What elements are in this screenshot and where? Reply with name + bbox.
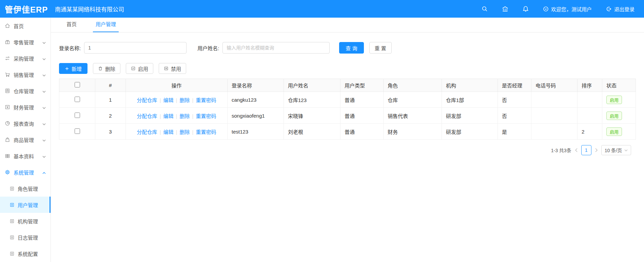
chevron-down-icon bbox=[624, 149, 628, 152]
cell-type: 普通 bbox=[340, 92, 384, 108]
user-dropdown-icon bbox=[543, 6, 549, 12]
prev-page-icon[interactable] bbox=[575, 148, 578, 152]
cell-manager: 否 bbox=[498, 92, 531, 108]
logout-button[interactable]: 退出登录 bbox=[606, 5, 635, 13]
notification-bell-icon[interactable] bbox=[523, 6, 529, 12]
app-logo: 管伊佳ERP bbox=[0, 3, 51, 15]
status-badge: 启用 bbox=[606, 96, 622, 104]
table-row: 1分配仓库|编辑|删除|重置密码cangku123仓库123普通仓库仓库1部否启… bbox=[59, 92, 636, 108]
row-action-link[interactable]: 重置密码 bbox=[196, 97, 216, 103]
row-action-link[interactable]: 分配仓库 bbox=[137, 97, 157, 103]
action-separator: | bbox=[192, 129, 193, 135]
user-menu[interactable]: 欢迎您，测试用户 bbox=[543, 5, 592, 13]
check-square-icon bbox=[131, 66, 136, 71]
pagination: 1-3 共3条 1 10 条/页 bbox=[59, 145, 636, 155]
col-login: 登录名称 bbox=[228, 79, 284, 92]
row-action-link[interactable]: 分配仓库 bbox=[137, 129, 157, 135]
cell-index: 2 bbox=[95, 108, 126, 124]
document-icon bbox=[9, 202, 15, 207]
cell-login: cangku123 bbox=[228, 92, 284, 108]
table-header-row: # 操作 登录名称 用户姓名 用户类型 角色 机构 是否经理 电话号码 排序 状… bbox=[59, 79, 636, 92]
col-role: 角色 bbox=[384, 79, 442, 92]
document-icon bbox=[9, 235, 15, 240]
enable-button[interactable]: 启用 bbox=[126, 63, 153, 74]
chevron-down-icon bbox=[42, 72, 46, 78]
sidebar-item-purchase[interactable]: 采购管理 bbox=[0, 50, 51, 66]
search-icon[interactable] bbox=[482, 6, 488, 12]
cart-icon bbox=[5, 72, 10, 77]
cabinet-icon bbox=[5, 88, 10, 94]
action-separator: | bbox=[176, 113, 177, 119]
sidebar-item-basic-data[interactable]: 基本资料 bbox=[0, 148, 51, 164]
row-checkbox[interactable] bbox=[75, 97, 80, 102]
row-action-link[interactable]: 分配仓库 bbox=[137, 113, 157, 119]
sidebar-subitem-users[interactable]: 用户管理 bbox=[0, 197, 51, 213]
cell-role: 销售代表 bbox=[384, 108, 442, 124]
tab-home[interactable]: 首页 bbox=[66, 17, 77, 32]
sidebar-subitem-config[interactable]: 系统配置 bbox=[0, 245, 51, 262]
sidebar-item-system[interactable]: 系统管理 bbox=[0, 164, 51, 180]
sidebar-subitem-roles[interactable]: 角色管理 bbox=[0, 180, 51, 197]
chevron-down-icon bbox=[42, 39, 46, 45]
cell-name: 仓库123 bbox=[284, 92, 340, 108]
cell-type: 普通 bbox=[340, 108, 384, 124]
cell-name: 宋晓锋 bbox=[284, 108, 340, 124]
sidebar-item-goods[interactable]: 商品管理 bbox=[0, 132, 51, 148]
row-action-link[interactable]: 编辑 bbox=[163, 97, 174, 103]
cell-sort bbox=[578, 108, 602, 124]
search-button[interactable]: 查 询 bbox=[339, 42, 364, 54]
cell-checkbox bbox=[59, 92, 95, 108]
add-button[interactable]: 新增 bbox=[59, 63, 87, 74]
sidebar-item-finance[interactable]: 财务管理 bbox=[0, 99, 51, 115]
tab-user-management[interactable]: 用户管理 bbox=[96, 17, 116, 32]
cell-status: 启用 bbox=[602, 92, 636, 108]
disable-button[interactable]: 禁用 bbox=[159, 63, 186, 74]
table-row: 3分配仓库|编辑|删除|重置密码test123刘老根普通财务研发部是2启用 bbox=[59, 124, 636, 140]
delete-button[interactable]: 删除 bbox=[93, 63, 120, 74]
sidebar-item-reports[interactable]: 报表查询 bbox=[0, 115, 51, 132]
action-separator: | bbox=[192, 113, 193, 119]
col-index: # bbox=[95, 79, 126, 92]
col-manager: 是否经理 bbox=[498, 79, 531, 92]
sidebar-item-warehouse[interactable]: 仓库管理 bbox=[0, 83, 51, 99]
sidebar-item-home[interactable]: 首页 bbox=[0, 18, 51, 34]
sidebar-subitem-logs[interactable]: 日志管理 bbox=[0, 229, 51, 245]
cell-index: 1 bbox=[95, 92, 126, 108]
bank-icon[interactable] bbox=[502, 6, 508, 12]
action-separator: | bbox=[176, 97, 177, 103]
cell-index: 3 bbox=[95, 124, 126, 140]
page-size-select[interactable]: 10 条/页 bbox=[601, 145, 631, 155]
row-action-link[interactable]: 重置密码 bbox=[196, 129, 216, 135]
col-name: 用户姓名 bbox=[284, 79, 340, 92]
row-action-link[interactable]: 重置密码 bbox=[196, 113, 216, 119]
col-org: 机构 bbox=[442, 79, 498, 92]
chevron-down-icon bbox=[42, 56, 46, 61]
swap-icon bbox=[5, 56, 10, 61]
login-name-input[interactable] bbox=[84, 42, 187, 54]
cell-status: 启用 bbox=[602, 108, 636, 124]
sidebar-nav: 首页 零售管理 采购管理 销售管理 仓库管理 财务管理 bbox=[0, 18, 51, 262]
row-action-link[interactable]: 删除 bbox=[179, 129, 190, 135]
status-badge: 启用 bbox=[606, 127, 622, 136]
page-number-button[interactable]: 1 bbox=[581, 145, 591, 155]
sidebar-subitem-orgs[interactable]: 机构管理 bbox=[0, 213, 51, 229]
sidebar-item-retail[interactable]: 零售管理 bbox=[0, 34, 51, 50]
row-checkbox[interactable] bbox=[75, 128, 80, 134]
next-page-icon[interactable] bbox=[595, 148, 598, 152]
row-action-link[interactable]: 删除 bbox=[179, 113, 190, 119]
plus-icon bbox=[65, 66, 69, 71]
select-all-checkbox[interactable] bbox=[75, 82, 80, 87]
chevron-up-icon bbox=[42, 169, 46, 175]
row-action-link[interactable]: 删除 bbox=[179, 97, 190, 103]
reset-button[interactable]: 重 置 bbox=[369, 42, 392, 54]
row-checkbox[interactable] bbox=[75, 113, 80, 118]
user-name-label: 用户姓名: bbox=[197, 44, 219, 52]
cell-sort bbox=[578, 92, 602, 108]
cell-checkbox bbox=[59, 124, 95, 140]
users-table: # 操作 登录名称 用户姓名 用户类型 角色 机构 是否经理 电话号码 排序 状… bbox=[59, 79, 636, 140]
top-header-bar: 管伊佳ERP 南通某某网络科技有限公司 欢迎您，测试用户 退出登录 bbox=[0, 0, 644, 18]
user-name-input[interactable] bbox=[222, 42, 330, 54]
row-action-link[interactable]: 编辑 bbox=[163, 129, 174, 135]
sidebar-item-sales[interactable]: 销售管理 bbox=[0, 66, 51, 83]
row-action-link[interactable]: 编辑 bbox=[163, 113, 174, 119]
